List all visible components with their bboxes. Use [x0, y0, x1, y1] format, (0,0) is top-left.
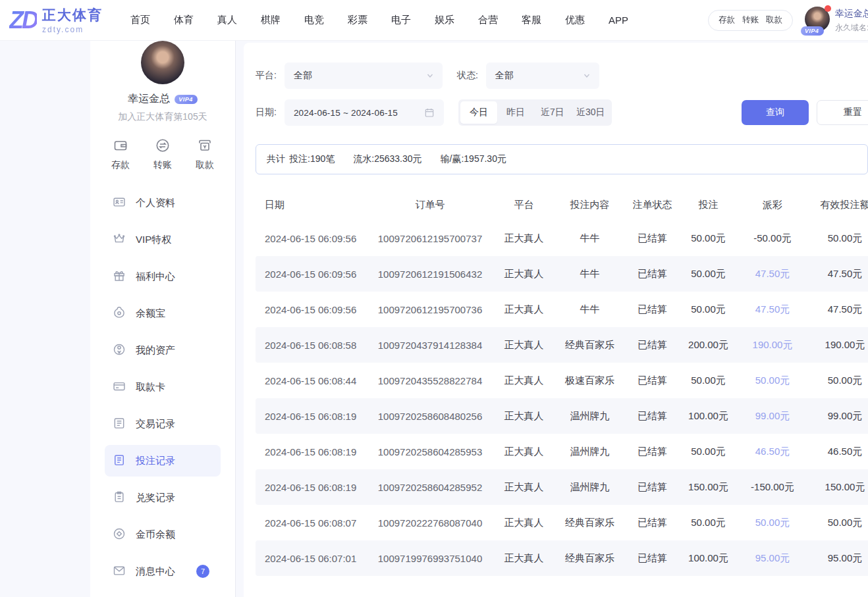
transfer-icon [155, 138, 171, 155]
transfer-button[interactable]: 转账 [153, 138, 172, 171]
cell-content: 经典百家乐 [555, 517, 624, 529]
cell-status: 已结算 [624, 552, 680, 565]
cell-payout: 99.00元 [736, 410, 809, 423]
notification-dot [825, 5, 831, 12]
deposit-button[interactable]: 存款 [111, 138, 130, 171]
status-label: 状态: [457, 70, 478, 82]
table-row[interactable]: 2024-06-15 06:08:07 1009720222768087040 … [256, 505, 868, 540]
sidebar-item-feedback[interactable]: 意见反馈 [105, 592, 221, 597]
cell-bet: 100.00元 [680, 552, 736, 565]
nav-item-lottery[interactable]: 彩票 [348, 14, 367, 26]
brand-logo-icon: ZD [9, 9, 37, 32]
cell-order: 1009720258604285953 [367, 446, 493, 457]
cell-valid: 46.50元 [809, 446, 868, 458]
unread-count-badge: 7 [196, 565, 209, 578]
range-7days-button[interactable]: 近7日 [534, 101, 571, 124]
bet-records-table: 日期 订单号 平台 投注内容 注单状态 投注 派彩 有效投注额 2024-06-… [256, 189, 868, 576]
cell-date: 2024-06-15 06:08:19 [256, 411, 367, 422]
withdraw-button[interactable]: 取款 [196, 138, 214, 171]
cell-valid: 50.00元 [809, 517, 868, 529]
wallet-actions-pill: 存款 转账 取款 [708, 10, 793, 31]
coin-balance-icon [113, 527, 126, 542]
nav-item-slots[interactable]: 电子 [391, 14, 411, 26]
sidebar-item-transaction-records[interactable]: 交易记录 [105, 408, 221, 440]
sidebar-item-yuebao[interactable]: 余额宝 [105, 298, 221, 329]
filter-row-date: 日期: 2024-06-15 ~ 2024-06-15 今日 昨日 近7日 近3… [256, 99, 868, 126]
cell-valid: 95.00元 [809, 552, 868, 565]
nav-item-promo[interactable]: 优惠 [565, 14, 585, 26]
vip-badge: VIP4 [801, 26, 824, 36]
sidebar-item-assets[interactable]: 我的资产 [105, 334, 221, 366]
cell-valid: 190.00元 [809, 339, 868, 351]
header-transfer-link[interactable]: 转账 [742, 14, 759, 26]
header-withdraw-link[interactable]: 取款 [766, 14, 782, 26]
nav-item-service[interactable]: 客服 [522, 14, 541, 26]
cell-content: 温州牌九 [555, 446, 624, 458]
profile-vip-badge: VIP4 [175, 95, 198, 104]
table-row[interactable]: 2024-06-15 06:08:19 1009720258604285952 … [256, 469, 868, 505]
cell-platform: 正大真人 [493, 339, 555, 351]
range-yesterday-button[interactable]: 昨日 [497, 101, 534, 124]
table-row[interactable]: 2024-06-15 06:09:56 1009720612195700736 … [256, 292, 868, 327]
status-select[interactable]: 全部 [486, 63, 599, 89]
cell-content: 牛牛 [555, 268, 624, 280]
cell-payout: 47.50元 [736, 303, 809, 316]
cell-platform: 正大真人 [493, 268, 555, 280]
table-row[interactable]: 2024-06-15 06:09:56 1009720612191506432 … [256, 256, 868, 292]
sidebar-menu: 个人资料 VIP特权 福利中心 余额宝 我的资产 取款卡 交易记录 投注记录 [90, 187, 235, 597]
sidebar-item-redeem-records[interactable]: 兑奖记录 [105, 482, 221, 513]
sidebar-item-coin-balance[interactable]: 金币余额 [105, 519, 221, 550]
cell-platform: 正大真人 [493, 232, 555, 245]
brand-logo[interactable]: ZD 正大体育 zdty.com [9, 6, 103, 34]
col-payout: 派彩 [736, 199, 809, 211]
platform-select[interactable]: 全部 [285, 63, 443, 89]
cell-platform: 正大真人 [493, 517, 555, 529]
nav-item-esports[interactable]: 电竞 [304, 14, 324, 26]
reset-button[interactable]: 重置 [817, 100, 868, 125]
sidebar-item-bet-records[interactable]: 投注记录 [105, 445, 221, 477]
table-row[interactable]: 2024-06-15 06:07:01 1009719976993751040 … [256, 540, 868, 576]
sidebar-item-withdraw-card[interactable]: 取款卡 [105, 371, 221, 403]
main-nav: 首页 体育 真人 棋牌 电竞 彩票 电子 娱乐 合营 客服 优惠 APP [130, 14, 628, 26]
nav-item-app[interactable]: APP [609, 14, 628, 26]
sidebar-item-profile[interactable]: 个人资料 [105, 187, 221, 219]
sidebar-item-vip[interactable]: VIP特权 [105, 224, 221, 255]
cell-payout: 47.50元 [736, 268, 809, 280]
sidebar-item-welfare[interactable]: 福利中心 [105, 261, 221, 292]
sidebar-item-message-center[interactable]: 消息中心 7 [105, 556, 221, 587]
profile-name: 幸运金总 [128, 92, 170, 106]
table-row[interactable]: 2024-06-15 06:08:19 1009720258604285953 … [256, 434, 868, 469]
range-today-button[interactable]: 今日 [460, 101, 497, 124]
brand-domain: zdty.com [42, 25, 103, 34]
summary-win-loss: 输/赢:1957.30元 [441, 153, 506, 165]
cell-valid: 150.00元 [809, 481, 868, 494]
gift-icon [113, 269, 126, 284]
cell-payout: 95.00元 [736, 552, 809, 565]
search-button[interactable]: 查询 [742, 100, 809, 125]
date-range-input[interactable]: 2024-06-15 ~ 2024-06-15 [285, 99, 444, 126]
profile-sidebar: 幸运金总 VIP4 加入正大体育第105天 存款 转账 [90, 41, 236, 597]
table-row[interactable]: 2024-06-15 06:08:58 1009720437914128384 … [256, 327, 868, 363]
cell-date: 2024-06-15 06:09:56 [256, 233, 367, 244]
col-order: 订单号 [367, 199, 493, 211]
nav-item-entertainment[interactable]: 娱乐 [435, 14, 454, 26]
nav-item-home[interactable]: 首页 [130, 14, 150, 26]
cell-order: 1009720437914128384 [367, 340, 493, 351]
range-30days-button[interactable]: 近30日 [571, 101, 610, 124]
table-row[interactable]: 2024-06-15 06:08:19 1009720258608480256 … [256, 398, 868, 434]
calendar-icon[interactable] [424, 107, 435, 118]
profile-joined-days: 加入正大体育第105天 [90, 111, 235, 123]
header-deposit-link[interactable]: 存款 [719, 14, 735, 26]
col-status: 注单状态 [624, 199, 680, 211]
cell-date: 2024-06-15 06:09:56 [256, 304, 367, 315]
nav-item-cards[interactable]: 棋牌 [261, 14, 281, 26]
profile-avatar[interactable] [141, 41, 184, 84]
cell-order: 1009720258608480256 [367, 411, 493, 422]
table-row[interactable]: 2024-06-15 06:09:56 1009720612195700737 … [256, 221, 868, 256]
cell-payout: 46.50元 [736, 446, 809, 458]
header-user-block[interactable]: VIP4 幸运金总 永久域名: [805, 7, 868, 34]
nav-item-sports[interactable]: 体育 [174, 14, 194, 26]
nav-item-partnership[interactable]: 合营 [478, 14, 498, 26]
nav-item-live[interactable]: 真人 [217, 14, 237, 26]
table-row[interactable]: 2024-06-15 06:08:44 1009720435528822784 … [256, 363, 868, 398]
